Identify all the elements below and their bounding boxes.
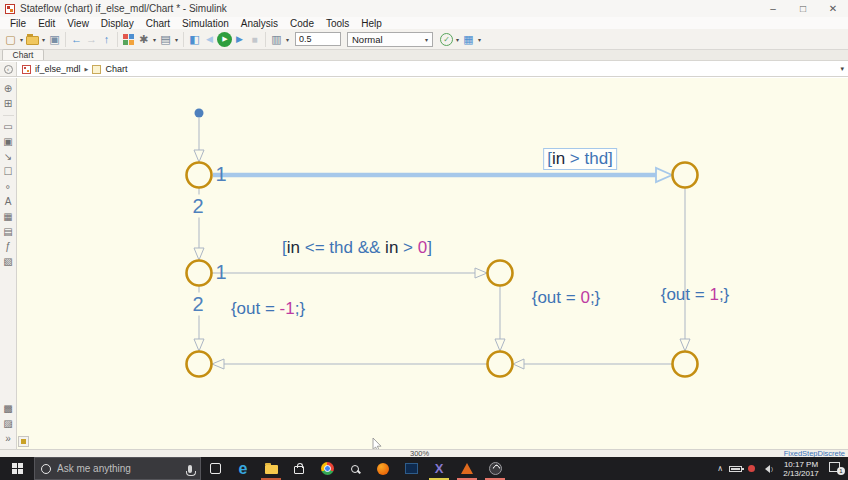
transition-label-condition-in-le-thd[interactable]: [in <= thd && in > 0]: [282, 238, 432, 258]
navigate-forward-icon[interactable]: →: [84, 31, 99, 48]
menu-edit[interactable]: Edit: [32, 18, 61, 29]
close-button[interactable]: ✕: [818, 0, 848, 17]
navigate-back-icon[interactable]: ←: [69, 31, 84, 48]
toolbar-separator: [183, 32, 184, 47]
clock[interactable]: 10:17 PM 2/13/2017: [779, 460, 823, 478]
model-configuration-caret-icon[interactable]: ▾: [151, 36, 158, 43]
step-forward-icon[interactable]: ▶: [232, 31, 247, 48]
palette-default-transition-icon[interactable]: ↘: [4, 151, 12, 163]
palette-box-icon[interactable]: ☐: [4, 166, 13, 178]
breadcrumb-chart[interactable]: Chart: [105, 64, 127, 74]
palette-image-icon[interactable]: ▦: [3, 211, 12, 223]
menu-simulation[interactable]: Simulation: [176, 18, 235, 29]
stop-time-input[interactable]: [295, 32, 341, 46]
palette-symbols-icon[interactable]: ▨: [3, 418, 12, 430]
stop-icon[interactable]: ■: [247, 31, 262, 48]
obs-button[interactable]: [481, 457, 509, 480]
tray-expand-icon[interactable]: ∧: [717, 464, 723, 473]
build-icon[interactable]: ▦: [461, 31, 476, 48]
breadcrumb-model[interactable]: if_else_mdl: [35, 64, 81, 74]
minimize-button[interactable]: –: [758, 0, 788, 17]
palette-expand-icon[interactable]: »: [5, 433, 11, 445]
model-browser-toggle[interactable]: [18, 436, 29, 447]
matlab-button[interactable]: [453, 457, 481, 480]
battery-icon[interactable]: [729, 466, 742, 472]
update-diagram-caret-icon[interactable]: ▾: [454, 36, 461, 43]
run-button[interactable]: ▶: [217, 31, 232, 48]
palette-truth-table-icon[interactable]: ▤: [3, 226, 12, 238]
action-center-button[interactable]: 1: [829, 462, 845, 475]
port-number-1-mid[interactable]: 1: [215, 261, 226, 284]
menu-tools[interactable]: Tools: [320, 18, 355, 29]
menu-help[interactable]: Help: [355, 18, 388, 29]
chart-canvas[interactable]: [in > thd] [in <= thd && in > 0] {out = …: [17, 78, 848, 449]
chrome-button[interactable]: [313, 457, 341, 480]
microphone-icon[interactable]: [188, 465, 192, 473]
transition-label-action-out-neg1[interactable]: {out = -1;}: [231, 299, 305, 319]
new-model-caret-icon[interactable]: ▾: [18, 36, 25, 43]
default-transition-origin-dot[interactable]: [195, 109, 204, 118]
build-caret-icon[interactable]: ▾: [476, 36, 483, 43]
port-number-2-mid[interactable]: 2: [191, 293, 204, 316]
cortana-search-box[interactable]: Ask me anything: [34, 457, 201, 480]
start-button[interactable]: [0, 457, 34, 480]
navigate-up-icon[interactable]: ↑: [99, 31, 114, 48]
palette-subchart-icon[interactable]: ▣: [3, 136, 12, 148]
signal-connector-icon[interactable]: ◧: [187, 31, 202, 48]
palette-annotation-icon[interactable]: A: [5, 196, 12, 208]
junction-top-left[interactable]: [187, 163, 212, 188]
step-back-icon[interactable]: ◀: [202, 31, 217, 48]
save-icon[interactable]: ▣: [47, 31, 62, 48]
junction-bottom-center[interactable]: [488, 352, 513, 377]
palette-connective-junction-icon[interactable]: ∘: [5, 181, 11, 193]
menu-display[interactable]: Display: [95, 18, 140, 29]
junction-bottom-right[interactable]: [673, 352, 698, 377]
menu-chart[interactable]: Chart: [140, 18, 176, 29]
solver-name[interactable]: FixedStepDiscrete: [784, 450, 845, 457]
menu-view[interactable]: View: [61, 18, 95, 29]
palette-matlab-function-icon[interactable]: ƒ: [5, 241, 11, 253]
new-model-icon[interactable]: ▢: [3, 31, 18, 48]
tab-chart[interactable]: Chart: [2, 49, 44, 60]
store-button[interactable]: [285, 457, 313, 480]
simulation-mode-select[interactable]: Normal ▾: [347, 32, 433, 47]
port-number-2-top[interactable]: 2: [191, 195, 204, 218]
file-explorer-button[interactable]: [257, 457, 285, 480]
open-model-caret-icon[interactable]: ▾: [40, 36, 47, 43]
recording-indicator-icon[interactable]: [748, 465, 755, 472]
orange-app-button[interactable]: [369, 457, 397, 480]
junction-mid-left[interactable]: [187, 261, 212, 286]
transition-label-action-out-1[interactable]: {out = 1;}: [661, 285, 730, 305]
open-model-icon[interactable]: [25, 31, 40, 48]
console-app-button[interactable]: [397, 457, 425, 480]
search-app-button[interactable]: [341, 457, 369, 480]
vmware-button[interactable]: X: [425, 457, 453, 480]
transition-label-action-out-0[interactable]: {out = 0;}: [532, 288, 601, 308]
sdi-caret-icon[interactable]: ▾: [284, 36, 291, 43]
palette-state-icon[interactable]: ▭: [3, 121, 12, 133]
breadcrumb-dropdown-icon[interactable]: ▾: [840, 65, 844, 73]
port-number-1-top[interactable]: 1: [215, 163, 226, 186]
menu-analysis[interactable]: Analysis: [235, 18, 284, 29]
library-browser-icon[interactable]: [121, 31, 136, 48]
transition-label-condition-in-gt-thd[interactable]: [in > thd]: [543, 148, 617, 170]
simulation-data-inspector-icon[interactable]: ▥: [269, 31, 284, 48]
edge-button[interactable]: e: [229, 457, 257, 480]
palette-simulink-function-icon[interactable]: ▧: [3, 256, 12, 268]
palette-zoom-icon[interactable]: ⊕: [4, 83, 12, 95]
model-explorer-icon[interactable]: ▤: [158, 31, 173, 48]
junction-top-right[interactable]: [673, 163, 698, 188]
palette-explorer-bar-icon[interactable]: ▩: [3, 403, 12, 415]
explorer-bar-toggle[interactable]: ‹: [0, 62, 17, 76]
palette-fit-to-view-icon[interactable]: ⊞: [4, 98, 12, 110]
menu-file[interactable]: File: [4, 18, 32, 29]
junction-mid-center[interactable]: [488, 261, 513, 286]
model-configuration-icon[interactable]: ✱: [136, 31, 151, 48]
junction-bottom-left[interactable]: [187, 352, 212, 377]
update-diagram-icon[interactable]: ✓: [439, 31, 454, 48]
menu-code[interactable]: Code: [284, 18, 320, 29]
volume-button[interactable]: ): [761, 465, 773, 473]
model-explorer-caret-icon[interactable]: ▾: [173, 36, 180, 43]
task-view-button[interactable]: [201, 457, 229, 480]
maximize-button[interactable]: □: [788, 0, 818, 17]
